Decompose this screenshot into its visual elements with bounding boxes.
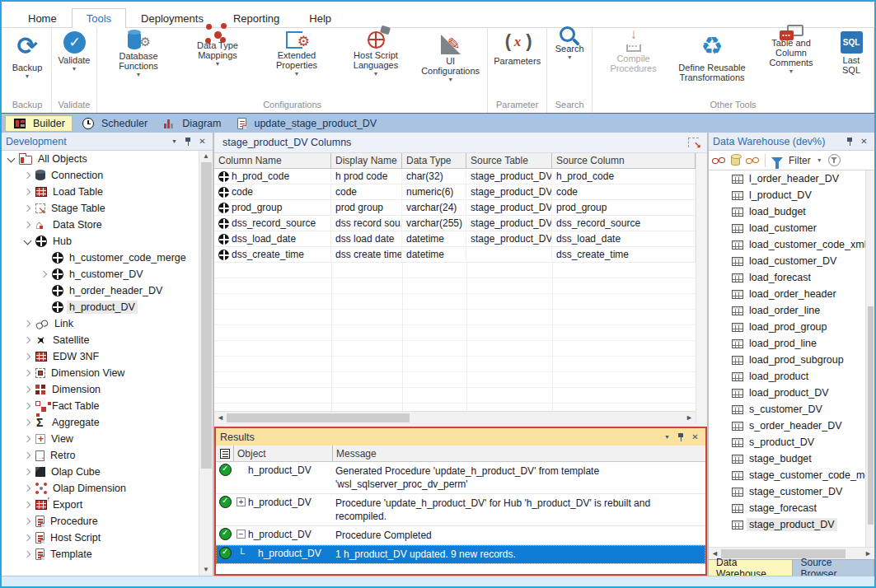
chevron-right-icon[interactable] (21, 367, 34, 380)
development-tree-scrollbar[interactable]: ▲ ▼ (199, 151, 213, 576)
tree-item-olap-dimension[interactable]: Olap Dimension (2, 480, 199, 497)
results-header-message[interactable]: Message (333, 446, 705, 461)
results-row[interactable]: −h_product_DVProcedure Completed (216, 526, 705, 545)
browser-item-stage-customer-code-merge[interactable]: stage_customer_code_merge (709, 467, 865, 483)
tree-item-h-customer-dv[interactable]: h_customer_DV (2, 266, 199, 282)
tree-item-h-order-header-dv[interactable]: h_order_header_DV (2, 282, 199, 299)
browser-item-stage-budget[interactable]: stage_budget (709, 450, 865, 467)
pin-icon[interactable] (844, 136, 856, 147)
tree-item-template[interactable]: Template (2, 546, 199, 562)
tree-item-export[interactable]: Export (2, 497, 199, 513)
column-header-display-name[interactable]: Display Name (331, 153, 402, 168)
columns-grid-vscrollbar[interactable] (696, 153, 707, 423)
chevron-right-icon[interactable] (21, 170, 34, 182)
browser-item-load-customer[interactable]: load_customer (709, 220, 865, 236)
chevron-right-icon[interactable] (21, 219, 34, 231)
tree-item-satellite[interactable]: Satellite (2, 332, 199, 348)
collapse-minus-icon[interactable]: − (237, 530, 246, 539)
tree-item-all-objects[interactable]: All Objects (2, 151, 199, 167)
tree-item-load-table[interactable]: Load Table (2, 184, 199, 200)
view-tab-builder[interactable]: Builder (5, 115, 73, 132)
columns-grid-hscrollbar[interactable]: ◄ ► (214, 411, 696, 423)
chevron-right-icon[interactable] (21, 400, 34, 413)
tree-item-h-customer-code-merge[interactable]: h_customer_code_merge (2, 250, 199, 266)
chevron-right-icon[interactable] (21, 351, 34, 363)
search-button[interactable]: Search▼ (549, 30, 590, 61)
tree-item-aggregate[interactable]: Aggregate (2, 414, 199, 431)
scrollbar-thumb[interactable] (868, 306, 874, 525)
filter-label[interactable]: Filter (789, 155, 811, 166)
chevron-right-icon[interactable] (38, 268, 50, 281)
tree-item-edw-3nf[interactable]: EDW 3NF (2, 348, 199, 365)
host-script-languages-button[interactable]: Host Script Languages▼ (336, 30, 415, 77)
browser-item-load-order-line[interactable]: load_order_line (709, 302, 865, 319)
chevron-down-icon[interactable] (168, 136, 180, 147)
browser-item-s-order-header-dv[interactable]: s_order_header_DV (709, 418, 865, 434)
view-tab-scheduler[interactable]: Scheduler (74, 115, 154, 132)
ui-configurations-button[interactable]: UI Configurations▼ (415, 30, 485, 83)
chevron-right-icon[interactable] (21, 499, 34, 511)
results-header-object[interactable]: Object (234, 446, 333, 461)
table-row[interactable]: dss_create_timedss create timedatetimeds… (214, 247, 696, 263)
browser-item-load-customer-code-xml[interactable]: load_customer_code_xml (709, 236, 865, 253)
last-sql-button[interactable]: Last SQL (831, 30, 872, 76)
view-tab-diagram[interactable]: Diagram (156, 115, 227, 132)
scroll-right-arrow-icon[interactable]: ► (683, 413, 696, 422)
chevron-right-icon[interactable] (21, 433, 34, 446)
scrollbar-thumb[interactable] (201, 162, 212, 469)
tree-item-procedure[interactable]: Procedure (2, 513, 199, 530)
column-header-source-column[interactable]: Source Column (552, 153, 696, 168)
scrollbar-thumb[interactable] (227, 413, 410, 422)
table-row[interactable]: codecodenumeric(6)stage_product_DVcode (214, 184, 696, 200)
chevron-right-icon[interactable] (21, 318, 34, 330)
menu-tab-deployments[interactable]: Deployments (126, 8, 218, 28)
browser-item-load-prod-line[interactable]: load_prod_line (709, 335, 865, 352)
chevron-down-icon[interactable] (21, 236, 34, 248)
filter-settings-icon[interactable] (828, 154, 841, 166)
chevron-down-icon[interactable]: ▼ (817, 157, 822, 163)
menu-tab-home[interactable]: Home (13, 8, 72, 28)
tree-item-dimension[interactable]: Dimension (2, 381, 199, 398)
database-functions-button[interactable]: Database Functions▼ (99, 30, 178, 78)
browser-item-load-prod-group[interactable]: load_prod_group (709, 319, 865, 335)
results-row[interactable]: └h_product_DV1 h_product_DV updated. 9 n… (216, 545, 705, 564)
pin-icon[interactable] (182, 136, 194, 147)
column-header-source-table[interactable]: Source Table (466, 153, 552, 168)
column-header-column-name[interactable]: Column Name (214, 153, 331, 168)
results-row[interactable]: +h_product_DVProcedure 'update_h_product… (216, 494, 705, 526)
chevron-down-icon[interactable] (661, 432, 673, 443)
tree-item-stage-table[interactable]: Stage Table (2, 200, 199, 217)
browser-item-l-product-dv[interactable]: l_product_DV (709, 187, 865, 203)
tree-item-retro[interactable]: Retro (2, 447, 199, 464)
table-row[interactable]: dss_record_sourcedss record sou...varcha… (214, 216, 696, 231)
browser-item-load-budget[interactable]: load_budget (709, 203, 865, 220)
browser-tree-scrollbar[interactable] (865, 170, 874, 547)
results-row[interactable]: h_product_DVGenerated Procedure 'update_… (216, 462, 705, 494)
table-and-column-comments-button[interactable]: Table and Column Comments▼ (752, 30, 831, 75)
chevron-right-icon[interactable] (21, 450, 34, 462)
close-icon[interactable] (858, 136, 870, 147)
validate-button[interactable]: Validate▼ (54, 30, 95, 72)
detach-window-icon[interactable] (688, 138, 699, 147)
browser-item-load-customer-dv[interactable]: load_customer_DV (709, 253, 865, 269)
browser-item-s-customer-dv[interactable]: s_customer_DV (709, 401, 865, 418)
close-icon[interactable] (196, 136, 208, 147)
browser-item-stage-customer-dv[interactable]: stage_customer_DV (709, 483, 865, 500)
scroll-up-arrow-icon[interactable]: ▲ (199, 151, 213, 162)
browser-item-load-order-header[interactable]: load_order_header (709, 286, 865, 302)
menu-tab-help[interactable]: Help (294, 8, 346, 28)
scroll-down-arrow-icon[interactable]: ▼ (199, 564, 213, 576)
backup-button[interactable]: Backup▼ (5, 30, 49, 80)
data-type-mappings-button[interactable]: Data Type Mappings▼ (178, 30, 257, 68)
chevron-right-icon[interactable] (21, 417, 34, 429)
browser-item-load-product-dv[interactable]: load_product_DV (709, 385, 865, 401)
view-tab-update-stage-product-dv[interactable]: update_stage_product_DV (229, 115, 383, 132)
panel-tab-data-warehouse[interactable]: Data Warehouse (709, 560, 793, 576)
chevron-right-icon[interactable] (21, 384, 34, 396)
table-row[interactable]: h_prod_codeh prod codechar(32)stage_prod… (214, 169, 696, 184)
tree-item-fact-table[interactable]: Fact Table (2, 398, 199, 414)
scroll-left-arrow-icon[interactable]: ◄ (214, 413, 227, 422)
tree-item-hub[interactable]: Hub (2, 233, 199, 250)
tree-item-h-product-dv[interactable]: h_product_DV (2, 299, 199, 315)
chevron-right-icon[interactable] (21, 466, 34, 478)
